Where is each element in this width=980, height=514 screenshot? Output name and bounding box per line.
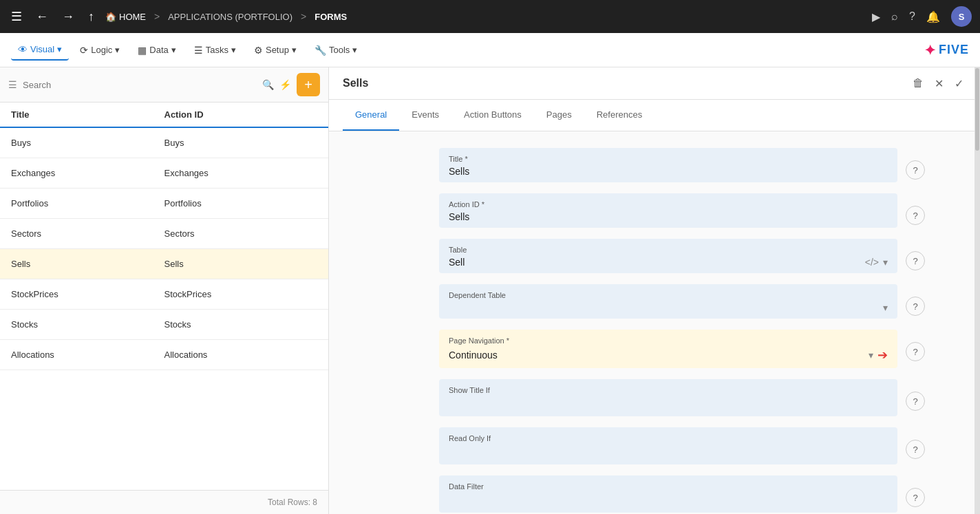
data-filter-field-box[interactable]: Data Filter [439,475,897,513]
show-title-help-icon[interactable]: ? [906,392,925,411]
data-icon: ▦ [138,45,147,56]
logic-icon: ⟳ [80,45,88,56]
table-value: Sell [449,257,865,268]
table-row[interactable]: Allocations Allocations [0,340,328,370]
table-label: Table [449,246,888,254]
page-navigation-field-box[interactable]: Page Navigation * Continuous ▾ ➔ [439,330,897,368]
row-title: Sectors [11,228,164,239]
search-nav-icon[interactable]: ⌕ [891,10,898,23]
tab-pages[interactable]: Pages [534,100,584,131]
up-icon[interactable]: ↑ [85,7,97,27]
search-icon[interactable]: 🔍 [262,79,274,90]
search-input[interactable] [23,80,257,90]
toolbar-logic[interactable]: ⟳ Logic ▾ [73,41,127,60]
tab-action-buttons[interactable]: Action Buttons [451,100,534,131]
action-id-field-box[interactable]: Action ID * Sells [439,193,897,228]
forward-icon[interactable]: → [59,7,77,27]
table-dropdown-icon[interactable]: ▾ [883,257,888,268]
table-row[interactable]: Stocks Stocks [0,310,328,340]
confirm-icon[interactable]: ✓ [952,74,966,93]
title-field-container: Title * Sells [439,148,897,182]
breadcrumb-forms[interactable]: FORMS [315,12,347,22]
tasks-chevron: ▾ [231,45,236,55]
arrow-indicator: ➔ [877,347,888,363]
table-row[interactable]: Buys Buys [0,128,328,158]
top-nav-actions: ▶ ⌕ ? 🔔 S [872,6,972,27]
avatar[interactable]: S [951,6,972,27]
page-navigation-field-row: Page Navigation * Continuous ▾ ➔ ? [439,330,925,368]
filter-icon[interactable]: ☰ [8,79,17,90]
nav-dropdown-icon[interactable]: ▾ [869,350,873,361]
table-row[interactable]: Sells Sells [0,249,328,279]
flash-icon[interactable]: ⚡ [279,79,291,90]
action-id-field-row: Action ID * Sells ? [439,193,925,228]
row-title: Portfolios [11,198,164,208]
read-only-value [449,445,888,459]
tab-events[interactable]: Events [399,100,451,131]
data-filter-field-row: Data Filter ? [439,475,925,513]
close-icon[interactable]: ✕ [932,74,946,93]
table-row[interactable]: StockPrices StockPrices [0,279,328,310]
play-icon[interactable]: ▶ [872,10,880,23]
menu-icon[interactable]: ☰ [8,6,25,27]
toolbar-visual[interactable]: 👁 Visual ▾ [11,40,69,61]
logo-text: FIVE [939,43,969,57]
table-field-box[interactable]: Table Sell </> ▾ [439,239,897,273]
toolbar-data[interactable]: ▦ Data ▾ [131,41,182,60]
back-icon[interactable]: ← [33,7,51,27]
visual-chevron: ▾ [57,44,62,54]
breadcrumb-applications[interactable]: APPLICATIONS (PORTFOLIO) [168,12,292,22]
home-label: HOME [119,12,146,22]
toolbar-setup[interactable]: ⚙ Setup ▾ [247,41,303,60]
table-footer: Total Rows: 8 [0,490,328,514]
row-action-id: Stocks [164,319,318,330]
read-only-field-container: Read Only If [439,427,897,464]
table-row[interactable]: Portfolios Portfolios [0,189,328,219]
dependent-table-help-icon[interactable]: ? [906,297,925,316]
help-nav-icon[interactable]: ? [909,10,915,23]
table-row[interactable]: Exchanges Exchanges [0,158,328,189]
read-only-label: Read Only If [449,434,888,442]
data-filter-label: Data Filter [449,482,888,491]
tab-references[interactable]: References [584,100,654,131]
table-field-container: Table Sell </> ▾ [439,239,897,273]
read-only-help-icon[interactable]: ? [906,440,925,459]
tasks-label: Tasks [206,45,228,55]
page-navigation-help-icon[interactable]: ? [906,342,925,361]
bell-icon[interactable]: 🔔 [926,10,940,23]
code-icon[interactable]: </> [865,257,879,268]
add-button[interactable]: + [297,73,320,96]
table-body: Buys Buys Exchanges Exchanges Portfolios… [0,128,328,490]
tab-general[interactable]: General [343,100,399,131]
table-row[interactable]: Sectors Sectors [0,219,328,249]
delete-icon[interactable]: 🗑 [910,74,926,92]
dependent-table-field-container: Dependent Table ▾ [439,284,897,319]
tabs-bar: GeneralEventsAction ButtonsPagesReferenc… [329,100,980,131]
page-navigation-label: Page Navigation * [449,336,888,345]
tools-label: Tools [329,45,350,55]
toolbar-tools[interactable]: 🔧 Tools ▾ [308,41,364,60]
action-id-value: Sells [449,211,888,222]
right-actions: 🗑 ✕ ✓ [910,74,966,93]
dependent-dropdown-icon[interactable]: ▾ [883,302,888,313]
show-title-field-box[interactable]: Show Title If [439,379,897,416]
title-help-icon[interactable]: ? [906,160,925,180]
table-help-icon[interactable]: ? [906,251,925,270]
table-header: Title Action ID [0,103,328,128]
action-id-label: Action ID * [449,200,888,208]
title-field-box[interactable]: Title * Sells [439,148,897,182]
setup-label: Setup [266,45,289,55]
action-id-help-icon[interactable]: ? [906,206,925,225]
dependent-table-field-box[interactable]: Dependent Table ▾ [439,284,897,319]
show-title-value [449,397,888,411]
scrollbar[interactable] [974,67,980,514]
scrollbar-thumb[interactable] [975,68,979,151]
read-only-field-box[interactable]: Read Only If [439,427,897,464]
home-breadcrumb[interactable]: 🏠 HOME [105,12,146,22]
data-filter-help-icon[interactable]: ? [906,488,925,507]
row-action-id: Portfolios [164,198,318,208]
search-bar: ☰ 🔍 ⚡ + [0,67,328,103]
toolbar-tasks[interactable]: ☰ Tasks ▾ [187,41,243,60]
logo-icon: ✦ [924,42,936,58]
row-title: StockPrices [11,289,164,299]
